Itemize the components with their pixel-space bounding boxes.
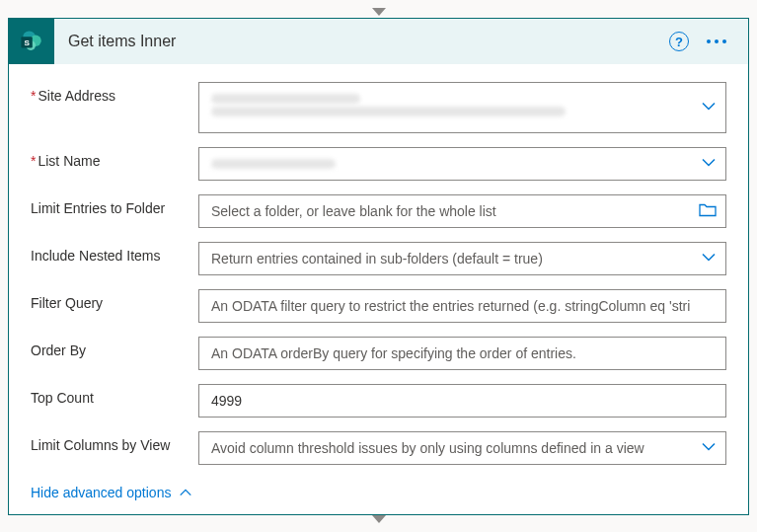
svg-text:S: S [24, 38, 30, 47]
label-list-name: List Name [31, 147, 198, 169]
limit-columns-dropdown[interactable]: Avoid column threshold issues by only us… [198, 431, 726, 465]
label-order-by: Order By [31, 337, 198, 358]
folder-icon[interactable] [699, 202, 717, 221]
flow-connector-bottom [372, 515, 386, 525]
sharepoint-icon: S [9, 19, 54, 64]
chevron-down-icon[interactable] [701, 439, 717, 458]
advanced-toggle-label: Hide advanced options [31, 485, 171, 500]
chevron-up-icon [179, 486, 192, 499]
limit-folder-picker[interactable]: Select a folder, or leave blank for the … [198, 194, 726, 228]
label-top-count: Top Count [31, 384, 198, 406]
top-count-input[interactable] [198, 384, 726, 418]
filter-query-input[interactable] [198, 289, 726, 323]
label-filter-query: Filter Query [31, 289, 198, 311]
include-nested-dropdown[interactable]: Return entries contained in sub-folders … [198, 242, 726, 275]
more-options-button[interactable] [703, 36, 730, 47]
list-name-dropdown[interactable] [198, 147, 726, 181]
chevron-down-icon[interactable] [701, 155, 717, 174]
label-include-nested: Include Nested Items [31, 242, 198, 264]
order-by-input[interactable] [198, 337, 726, 370]
hide-advanced-options-toggle[interactable]: Hide advanced options [31, 479, 192, 502]
chevron-down-icon[interactable] [701, 250, 717, 268]
flow-connector-top [372, 8, 386, 18]
label-limit-folder: Limit Entries to Folder [31, 194, 198, 216]
label-limit-columns: Limit Columns by View [31, 431, 198, 453]
chevron-down-icon[interactable] [701, 99, 717, 117]
card-header[interactable]: S Get items Inner ? [9, 19, 748, 64]
action-card: S Get items Inner ? Site Address [8, 18, 749, 515]
card-title: Get items Inner [54, 33, 669, 50]
help-icon[interactable]: ? [669, 32, 689, 51]
label-site-address: Site Address [31, 82, 198, 104]
site-address-dropdown[interactable] [198, 82, 726, 133]
card-body: Site Address List Name [9, 64, 748, 514]
